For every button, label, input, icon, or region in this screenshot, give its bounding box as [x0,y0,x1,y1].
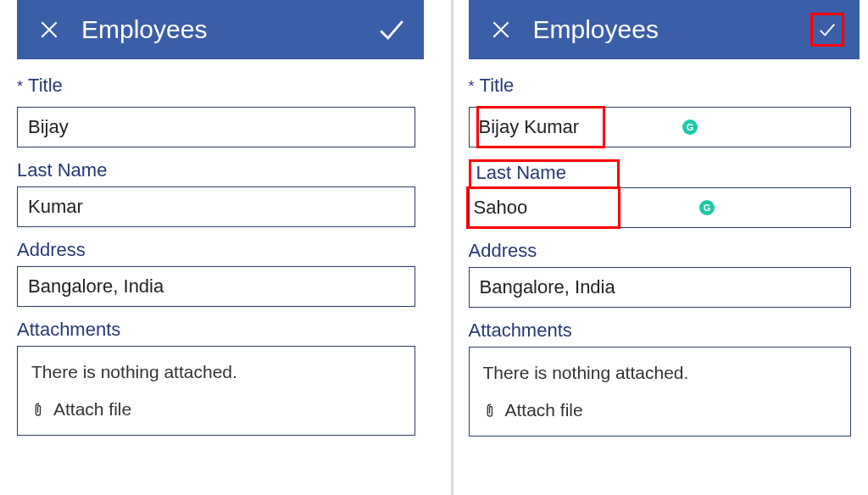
address-input[interactable]: Bangalore, India [469,267,852,308]
close-icon [38,19,60,41]
submit-button[interactable] [810,13,844,47]
paperclip-icon [483,400,498,420]
attachments-empty-text: There is nothing attached. [31,362,401,382]
header-bar: Employees [469,0,860,59]
form-pane-after: Employees * Title Bijay Kumar G Last Nam… [451,0,869,495]
attachments-box: There is nothing attached. Attach file [17,346,415,436]
attachments-empty-text: There is nothing attached. [483,363,837,383]
field-title: * Title Bijay Kumar G [469,75,852,147]
required-mark: * [469,78,475,96]
check-icon [818,15,837,44]
attach-file-button[interactable]: Attach file [483,400,837,420]
field-lastname: Last Name Kumar [17,159,415,227]
form-body: * Title Bijay Kumar G Last Name Sahoo G … [469,59,860,448]
paperclip-icon [31,399,47,420]
close-button[interactable] [32,13,66,47]
page-title: Employees [533,15,796,44]
address-label: Address [17,239,86,261]
page-title: Employees [81,15,359,44]
field-address: Address Bangalore, India [17,239,415,307]
check-icon [377,15,406,44]
header-bar: Employees [17,0,424,59]
close-icon [490,19,512,41]
title-input[interactable]: Bijay [17,107,415,147]
address-input[interactable]: Bangalore, India [17,266,415,307]
attachments-label: Attachments [469,320,572,342]
address-label: Address [469,240,537,262]
grammarly-icon: G [682,120,698,135]
lastname-label: Last Name [17,159,107,181]
field-attachments: Attachments There is nothing attached. A… [17,319,415,436]
title-label: Title [480,75,515,97]
attach-file-button[interactable]: Attach file [31,399,401,420]
attachments-label: Attachments [17,319,120,341]
required-mark: * [17,78,23,96]
title-label: Title [28,75,63,97]
field-title: * Title Bijay [17,75,415,147]
lastname-input[interactable]: Kumar [17,186,415,227]
field-lastname: Last Name Sahoo G [469,159,852,228]
lastname-label: Last Name [469,159,620,187]
lastname-input[interactable]: Sahoo G [469,187,852,228]
submit-button[interactable] [375,13,409,47]
close-button[interactable] [484,13,518,47]
field-address: Address Bangalore, India [469,240,852,308]
attachments-box: There is nothing attached. Attach file [469,347,852,437]
form-body: * Title Bijay Last Name Kumar Address Ba… [17,59,424,448]
title-input[interactable]: Bijay Kumar G [469,107,852,147]
field-attachments: Attachments There is nothing attached. A… [469,320,852,437]
form-pane-before: Employees * Title Bijay Last Name Kumar … [0,0,424,495]
grammarly-icon: G [699,200,715,215]
